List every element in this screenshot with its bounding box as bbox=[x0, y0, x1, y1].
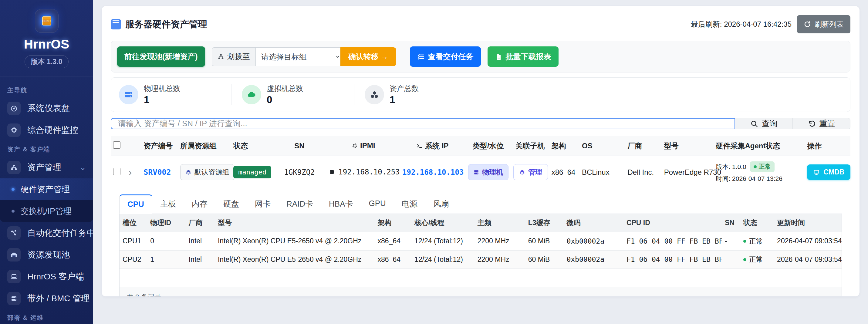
cpu-cores: 12/24 (Total:12) bbox=[411, 232, 474, 251]
chip-small-icon bbox=[352, 142, 358, 149]
target-group-select[interactable]: 请选择目标组 bbox=[255, 47, 340, 66]
app-logo: HRNR bbox=[35, 9, 59, 33]
cpu-slot: CPU1 bbox=[120, 232, 147, 251]
tab-raid[interactable]: RAID卡 bbox=[279, 194, 321, 214]
tab-cpu[interactable]: CPU bbox=[119, 194, 152, 214]
server-small-icon bbox=[329, 169, 335, 175]
stat-label: 虚拟机总数 bbox=[267, 84, 303, 93]
col-asset-id: 资产编号 bbox=[141, 136, 178, 156]
tab-power[interactable]: 电源 bbox=[394, 194, 425, 214]
confirm-transfer-button[interactable]: 确认转移 → bbox=[340, 47, 396, 66]
search-bar: 查询 重置 bbox=[111, 118, 850, 129]
asset-row-srv002: › SRV002 默认资源组 managed 1GK9ZQ2 bbox=[111, 156, 850, 189]
refresh-button-label: 刷新列表 bbox=[815, 20, 844, 29]
col-os: OS bbox=[580, 136, 625, 156]
server-stat-icon bbox=[119, 85, 138, 104]
cpu-col-l3: L3缓存 bbox=[525, 214, 564, 232]
sidebar-item-switch-ip[interactable]: 交换机/IP管理 bbox=[0, 200, 93, 222]
file-report-icon bbox=[495, 53, 502, 60]
asset-management-card: 服务器硬件资产管理 最后刷新: 2026-04-07 16:42:35 刷新列表… bbox=[102, 6, 860, 296]
tab-fan[interactable]: 风扇 bbox=[425, 194, 457, 214]
tab-mainboard[interactable]: 主板 bbox=[152, 194, 184, 214]
chevron-down-icon: ⌄ bbox=[80, 163, 86, 172]
asset-table-header-row: 资产编号 所属资源组 状态 SN IPMI 系统 IP 类型/水位 关联子机 架… bbox=[111, 136, 850, 156]
sidebar-item-label: 资源发现池 bbox=[27, 249, 70, 261]
goto-discovery-pool-button[interactable]: 前往发现池(新增资产) bbox=[117, 46, 205, 67]
stat-value: 1 bbox=[144, 94, 180, 105]
hardware-detail-tabs: CPU 主板 内存 硬盘 网卡 RAID卡 HBA卡 GPU 电源 风扇 bbox=[119, 194, 842, 214]
reset-button[interactable]: 重置 bbox=[793, 118, 850, 129]
tab-nic[interactable]: 网卡 bbox=[247, 194, 279, 214]
sidebar-item-hardware-monitor[interactable]: 综合硬件监控 bbox=[0, 119, 93, 141]
view-delivery-tasks-button[interactable]: 查看交付任务 bbox=[410, 46, 481, 67]
sidebar-item-dashboard[interactable]: 系统仪表盘 bbox=[0, 97, 93, 119]
agent-ok-badge: 正常 bbox=[750, 161, 775, 172]
monitor-icon bbox=[813, 169, 820, 176]
cpu-sn: - bbox=[722, 250, 740, 269]
cpu-updated: 2026-04-07 09:03:54 bbox=[774, 250, 842, 269]
cpu-status: 正常 bbox=[740, 250, 774, 269]
sidebar-item-client[interactable]: HrnrOS 客户端 bbox=[0, 266, 93, 288]
cpu-arch: x86_64 bbox=[375, 232, 412, 251]
layers-icon bbox=[519, 169, 525, 175]
sidebar: HRNR HrnrOS 版本 1.3.0 主导航 系统仪表盘 综合硬件监控 资产… bbox=[0, 0, 93, 324]
green-dot-icon bbox=[743, 258, 746, 261]
col-agent: 硬件采集Agent状态 bbox=[713, 136, 805, 156]
col-group: 所属资源组 bbox=[178, 136, 231, 156]
resource-group-badge[interactable]: 默认资源组 bbox=[180, 164, 235, 180]
sidebar-item-delivery-center[interactable]: 自动化交付任务中心 bbox=[0, 222, 93, 244]
search-input[interactable] bbox=[111, 118, 735, 129]
sidebar-item-asset-management[interactable]: 资产管理 ⌄ bbox=[0, 157, 93, 179]
cpu-col-cpuid: CPU ID bbox=[623, 214, 722, 232]
terminal-small-icon bbox=[416, 143, 423, 149]
cpu-model: Intel(R) Xeon(R) CPU E5-2650 v4 @ 2.20GH… bbox=[215, 232, 375, 251]
sn-value: 1GK9ZQ2 bbox=[272, 156, 327, 189]
expand-row-caret[interactable]: › bbox=[128, 166, 132, 178]
asset-id-link[interactable]: SRV002 bbox=[144, 168, 171, 176]
cpu-physid: 1 bbox=[147, 250, 186, 269]
stat-divider bbox=[354, 84, 354, 105]
cpu-updated: 2026-04-07 09:03:54 bbox=[774, 232, 842, 251]
cpu-vendor: Intel bbox=[186, 232, 215, 251]
cpu-table-header-row: 槽位 物理ID 厂商 型号 架构 核心/线程 主频 L3缓存 微码 CPU ID bbox=[120, 214, 842, 232]
stat-total: 资产总数 1 bbox=[365, 84, 477, 105]
select-all-checkbox[interactable] bbox=[113, 141, 120, 149]
gauge-icon bbox=[7, 102, 21, 115]
last-refresh-text: 最后刷新: 2026-04-07 16:42:35 bbox=[691, 20, 792, 29]
system-ip-link[interactable]: 192.168.10.103 bbox=[400, 156, 465, 189]
cpu-col-freq: 主频 bbox=[474, 214, 525, 232]
tab-gpu[interactable]: GPU bbox=[361, 194, 394, 214]
cpu-row-2: CPU2 1 Intel Intel(R) Xeon(R) CPU E5-265… bbox=[120, 250, 842, 269]
logo-block: HRNR HrnrOS 版本 1.3.0 bbox=[0, 0, 93, 76]
main-area: 服务器硬件资产管理 最后刷新: 2026-04-07 16:42:35 刷新列表… bbox=[93, 0, 868, 324]
col-status: 状态 bbox=[231, 136, 272, 156]
green-dot-icon bbox=[754, 165, 757, 168]
cpu-col-vendor: 厂商 bbox=[186, 214, 215, 232]
sidebar-item-discovery-pool[interactable]: 资源发现池 bbox=[0, 244, 93, 266]
col-sn: SN bbox=[272, 136, 327, 156]
sitemap-small-icon bbox=[218, 54, 224, 60]
manage-sub-machine-button[interactable]: 管理 bbox=[513, 164, 548, 180]
refresh-icon bbox=[804, 21, 811, 28]
tab-disk[interactable]: 硬盘 bbox=[215, 194, 247, 214]
row-checkbox[interactable] bbox=[113, 168, 120, 175]
tab-memory[interactable]: 内存 bbox=[184, 194, 215, 214]
card-header: 服务器硬件资产管理 最后刷新: 2026-04-07 16:42:35 刷新列表 bbox=[111, 15, 850, 33]
col-ipmi: IPMI bbox=[327, 136, 400, 156]
cpu-col-cores: 核心/线程 bbox=[411, 214, 474, 232]
stat-label: 资产总数 bbox=[390, 84, 419, 93]
cmdb-button[interactable]: CMDB bbox=[807, 164, 850, 180]
warehouse-icon bbox=[7, 248, 21, 261]
refresh-list-button[interactable]: 刷新列表 bbox=[797, 15, 850, 33]
agent-time: 时间: 2026-04-07 13:26 bbox=[716, 174, 802, 183]
query-button[interactable]: 查询 bbox=[735, 118, 793, 129]
cpu-col-slot: 槽位 bbox=[120, 214, 147, 232]
stat-physical: 物理机总数 1 bbox=[119, 84, 231, 105]
sidebar-item-hw-asset[interactable]: 硬件资产管理 bbox=[0, 179, 93, 200]
batch-download-report-button[interactable]: 批量下载报表 bbox=[488, 46, 559, 67]
section-label-main: 主导航 bbox=[0, 82, 93, 97]
tab-hba[interactable]: HBA卡 bbox=[321, 194, 361, 214]
sidebar-item-bmc[interactable]: 带外 / BMC 管理 bbox=[0, 288, 93, 310]
cpu-sn: - bbox=[722, 232, 740, 251]
undo-icon bbox=[808, 120, 816, 128]
